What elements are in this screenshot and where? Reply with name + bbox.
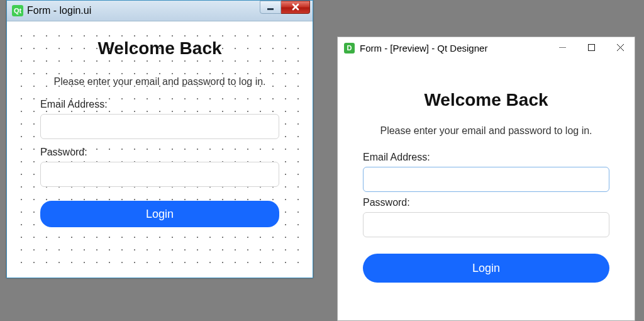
preview-form-body: Welcome Back Please enter your email and…: [338, 59, 635, 320]
qt-designer-window: Qt Form - login.ui Welcome Back Please e…: [6, 0, 313, 278]
qt-preview-window: D Form - [Preview] - Qt Designer Welcome…: [337, 37, 635, 321]
password-label: Password:: [363, 197, 609, 208]
designer-window-title: Form - login.ui: [27, 5, 260, 16]
minimize-button[interactable]: [548, 37, 577, 57]
password-input[interactable]: [40, 162, 279, 187]
minimize-button[interactable]: [260, 1, 281, 14]
password-input[interactable]: [363, 212, 609, 237]
maximize-button[interactable]: [577, 37, 606, 57]
email-input[interactable]: [40, 114, 279, 139]
svg-rect-1: [588, 44, 594, 50]
minimize-icon: [559, 44, 566, 51]
login-button[interactable]: Login: [363, 254, 609, 283]
preview-window-controls: [548, 37, 635, 57]
close-button[interactable]: [606, 37, 635, 57]
maximize-icon: [588, 44, 595, 51]
form-heading: Welcome Back: [363, 90, 609, 110]
designer-window-controls: [260, 1, 310, 14]
minimize-icon: [267, 8, 274, 10]
designer-app-icon: D: [344, 43, 355, 54]
login-button[interactable]: Login: [40, 201, 279, 227]
preview-titlebar[interactable]: D Form - [Preview] - Qt Designer: [338, 37, 635, 59]
designer-titlebar[interactable]: Qt Form - login.ui: [7, 1, 313, 21]
qt-logo-icon: Qt: [12, 5, 23, 16]
email-label[interactable]: Email Address:: [40, 99, 279, 110]
email-input[interactable]: [363, 167, 609, 192]
close-icon: [291, 3, 300, 11]
form-heading[interactable]: Welcome Back: [40, 38, 279, 59]
password-label[interactable]: Password:: [40, 147, 279, 158]
form-subtitle: Please enter your email and password to …: [363, 125, 609, 137]
designer-form-canvas[interactable]: Welcome Back Please enter your email and…: [10, 25, 309, 274]
close-icon: [617, 44, 624, 51]
form-subtitle[interactable]: Please enter your email and password to …: [40, 76, 279, 87]
preview-window-title: Form - [Preview] - Qt Designer: [360, 43, 548, 54]
close-button[interactable]: [281, 1, 310, 14]
email-label: Email Address:: [363, 152, 609, 163]
